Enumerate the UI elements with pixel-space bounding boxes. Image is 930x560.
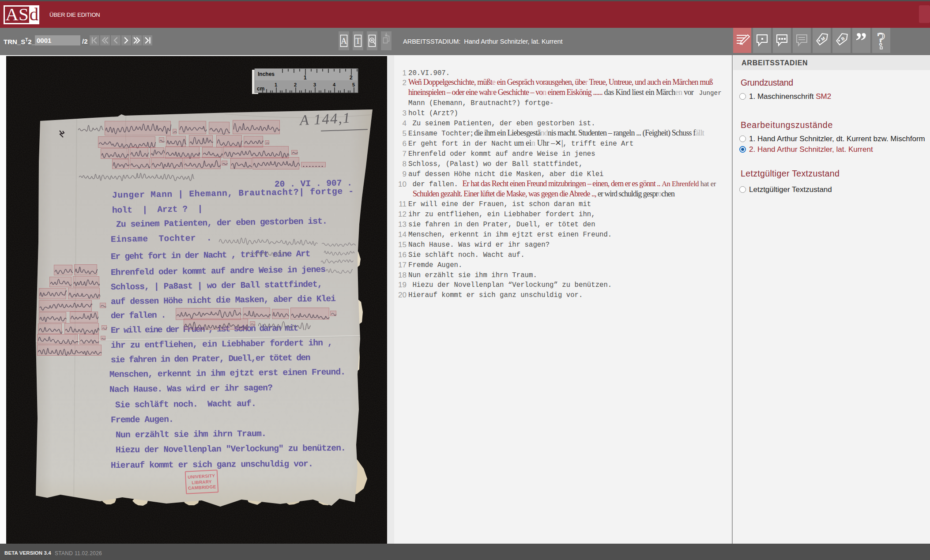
svg-text:1: 1 <box>304 75 307 81</box>
svg-text:5: 5 <box>352 82 355 87</box>
svg-text:3: 3 <box>313 82 316 87</box>
svg-text:cm: cm <box>257 86 264 92</box>
svg-text:T: T <box>356 37 361 45</box>
svg-text:”: ” <box>855 28 867 53</box>
svg-text:4: 4 <box>333 82 336 87</box>
svg-text:2: 2 <box>350 75 353 81</box>
svg-text:2: 2 <box>294 82 297 87</box>
svg-text:1: 1 <box>275 82 277 87</box>
svg-text:A: A <box>341 37 347 45</box>
svg-text:Inches: Inches <box>258 71 275 77</box>
svg-text:?: ? <box>877 29 885 49</box>
